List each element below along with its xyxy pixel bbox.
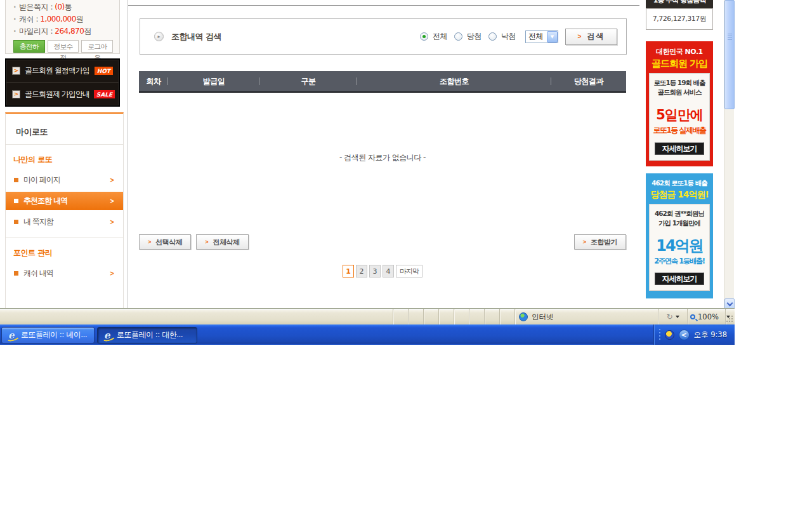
column-result: 당첨결과 [551, 76, 626, 87]
charge-button[interactable]: 충전하기 [13, 40, 45, 53]
status-segment [469, 309, 485, 324]
taskbar-window-2-active[interactable]: e 로또플레이 :: 대한... [97, 327, 197, 344]
jackpot-title-bar: 1등 누적 당첨금액 [646, 0, 713, 8]
tray-collapse-button[interactable]: < [679, 330, 690, 340]
radio-lose[interactable] [488, 32, 497, 41]
content-top-divider [128, 5, 639, 6]
mileage-value: 264,870 [55, 27, 84, 36]
search-button-label: 검색 [587, 31, 605, 42]
search-button[interactable]: > 검색 [565, 29, 617, 45]
page-4[interactable]: 4 [383, 265, 394, 277]
page-2[interactable]: 2 [356, 265, 367, 277]
chevron-right-icon: > [110, 197, 114, 205]
cash-value: 1,000,000 [40, 15, 76, 23]
section-heading-my-lotto: 나만의 로또 [6, 154, 123, 165]
bullet-icon: · [13, 15, 16, 23]
gold-ad-line2: 골드회원 가입 [646, 58, 713, 70]
blue-ad-line1: 462회 로또1등 배출 [646, 179, 713, 188]
arrow-icon: > [148, 239, 151, 245]
mileage-row: ·마일리지 : 264,870점 [13, 25, 113, 37]
jackpot-title: 1등 누적 당첨금액 [646, 0, 713, 8]
messages-row: ·받은쪽지 : (0)통 [13, 1, 113, 13]
arrow-icon: > [578, 33, 582, 40]
combo-search-panel: ▸ 조합내역 검색 전체 당첨 낙첨 전체 ▼ > 검색 [140, 18, 627, 55]
sidebar-item-recommended-combos[interactable]: 추천조합 내역 > [6, 192, 123, 210]
taskbar-window-1[interactable]: e 로또플레이 :: 네이... [1, 327, 95, 344]
sidebar-item-my-inbox[interactable]: 내 쪽지함 > [6, 211, 123, 232]
sidebar-menu: 마이로또 나만의 로또 마이 페이지 > 추천조합 내역 > 내 쪽지함 > 포… [5, 112, 124, 309]
blue-ad-panel: 462회 권**회원님 가입 1개월만에 14억원 2주연속 1등배출! 자세히… [649, 204, 710, 291]
internet-explorer-icon: e [7, 330, 17, 340]
user-info-panel: ·받은쪽지 : (0)통 ·캐쉬 : 1,000,000원 ·마일리지 : 26… [5, 0, 120, 54]
blue-ad-detail-button[interactable]: 자세히보기 [655, 272, 704, 285]
page-1[interactable]: 1 [343, 265, 354, 277]
search-panel-title: 조합내역 검색 [171, 31, 221, 43]
protected-mode-icon: ↻ [666, 313, 672, 321]
zoom-control[interactable]: 100% [688, 309, 726, 324]
column-type: 구분 [259, 76, 357, 87]
blue-ad-line4: 가입 1개월만에 [651, 218, 708, 228]
blue-ad-line3: 462회 권**회원님 [651, 209, 708, 218]
tray-separator [659, 329, 660, 340]
gold-member-ad[interactable]: 대한민국 NO.1 골드회원 가입 로또1등 19회 배출 골드회원 서비스 5… [646, 41, 713, 166]
edit-info-button[interactable]: 정보수정 [48, 40, 79, 53]
messages-label: 받은쪽지 : [19, 3, 53, 11]
winner-462-ad[interactable]: 462회 로또1등 배출 당첨금 14억원! 462회 권**회원님 가입 1개… [646, 173, 713, 298]
cash-label: 캐쉬 : [19, 15, 38, 23]
receive-combo-button[interactable]: > 조합받기 [574, 234, 626, 250]
menu-section-divider [6, 237, 123, 238]
empty-results-message: - 검색된 자료가 없습니다 - [139, 152, 626, 163]
section-heading-points: 포인트 관리 [6, 248, 123, 258]
gold-ad-detail-button[interactable]: 자세히보기 [655, 142, 704, 155]
radio-all[interactable] [420, 32, 428, 41]
bullet-square-icon [14, 220, 18, 224]
delete-all-button[interactable]: > 전체삭제 [196, 234, 248, 250]
play-circle-icon: ▸ [154, 32, 164, 41]
gold-ad-line1: 대한민국 NO.1 [646, 47, 713, 57]
delete-selected-button[interactable]: > 선택삭제 [139, 234, 191, 250]
chevron-right-icon: > [110, 269, 114, 277]
taskbar-window-title: 로또플레이 :: 네이... [21, 330, 87, 340]
sidebar-item-my-page[interactable]: 마이 페이지 > [6, 170, 123, 190]
gold-guide-link[interactable]: > 골드회원제 가입안내 SALE [6, 83, 119, 106]
chevron-right-icon: > [110, 176, 114, 184]
internet-zone-globe-icon [519, 312, 528, 321]
mileage-label: 마일리지 : [19, 27, 53, 36]
blue-ad-line2: 당첨금 14억원! [646, 189, 713, 201]
chevron-right-icon: > [110, 218, 114, 226]
bullet-icon: · [13, 27, 16, 36]
tray-network-globe-icon[interactable] [665, 330, 674, 340]
scrollbar-thumb[interactable] [724, 0, 735, 109]
sidebar-item-label: 내 쪽지함 [23, 217, 53, 227]
sidebar-item-label: 추천조합 내역 [23, 196, 67, 206]
status-segment [500, 309, 515, 324]
vertical-scrollbar[interactable] [724, 0, 734, 309]
resize-grip[interactable] [726, 309, 735, 324]
gold-guide-label: 골드회원제 가입안내 [25, 89, 89, 100]
select-value: 전체 [526, 31, 547, 42]
gold-monthly-link[interactable]: > 골드회원 월정액가입 HOT [6, 60, 119, 83]
sidebar-item-label: 마이 페이지 [23, 175, 60, 185]
ie-status-bar: 인터넷 ↻ 100% [0, 309, 735, 324]
protected-mode-segment[interactable]: ↻ [658, 309, 688, 324]
page-last[interactable]: 마지막 [396, 265, 422, 277]
sidebar-item-cash-history[interactable]: 캐쉬 내역 > [6, 263, 123, 284]
status-segment [424, 309, 439, 324]
radio-win[interactable] [454, 32, 462, 41]
page-3[interactable]: 3 [369, 265, 381, 277]
radio-win-label: 당첨 [467, 31, 481, 42]
hot-badge: HOT [95, 67, 113, 75]
sidebar-item-label: 캐쉬 내역 [23, 268, 53, 279]
logout-button[interactable]: 로그아웃 [81, 40, 113, 53]
column-round: 회차 [139, 76, 168, 87]
column-combo-numbers: 조합번호 [357, 76, 551, 87]
browser-window: ·받은쪽지 : (0)통 ·캐쉬 : 1,000,000원 ·마일리지 : 26… [0, 0, 735, 345]
magnifier-icon [690, 314, 695, 319]
pagination: 1 2 3 4 마지막 [139, 265, 626, 277]
gold-ad-big-text: 5일만에 [651, 106, 708, 124]
round-select-dropdown[interactable]: 전체 ▼ [525, 30, 558, 43]
system-tray: < 오후 9:38 [653, 324, 735, 345]
cash-suffix: 원 [76, 15, 84, 23]
messages-count: (0) [55, 3, 65, 11]
bullet-square-icon [14, 271, 18, 276]
